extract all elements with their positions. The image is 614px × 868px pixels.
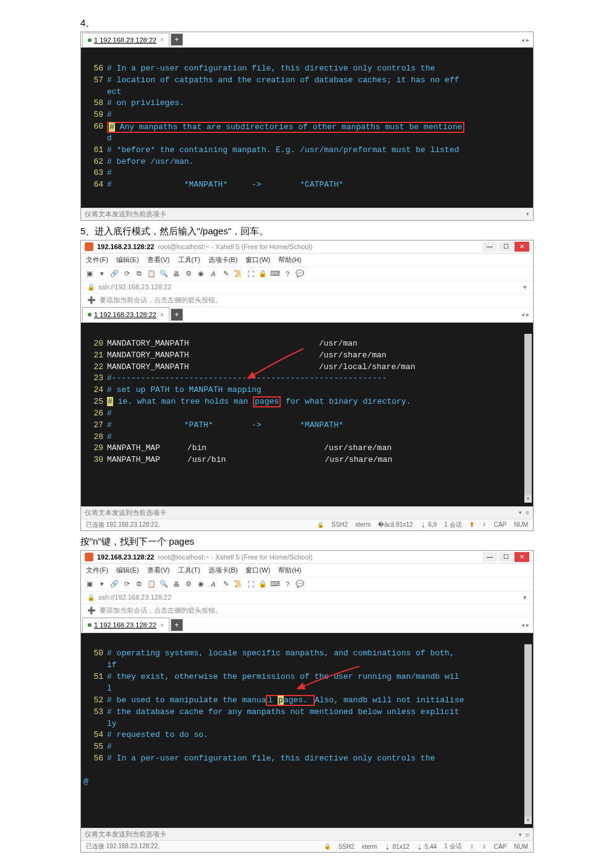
props-icon[interactable]: ⚙ xyxy=(184,579,194,589)
color-icon[interactable]: ◉ xyxy=(196,579,206,589)
search-icon[interactable]: 🔍 xyxy=(159,269,169,279)
menu-view[interactable]: 查看(V) xyxy=(147,566,170,574)
session-tab[interactable]: 1 192.168.23.128:22 × xyxy=(82,307,169,321)
menu-window[interactable]: 窗口(W) xyxy=(245,256,270,263)
reconnect-icon[interactable]: ⟳ xyxy=(122,579,132,589)
terminal-2[interactable]: 20MANDATORY_MANPATH/usr/man 21MANDATORY_… xyxy=(81,323,533,506)
menu-tools[interactable]: 工具(T) xyxy=(178,256,200,263)
print-icon[interactable]: 🖶 xyxy=(171,269,181,279)
reconnect-icon[interactable]: ⟳ xyxy=(122,269,132,279)
add-session-icon[interactable]: ➕ xyxy=(87,606,96,615)
copy-icon[interactable]: ⧉ xyxy=(134,269,144,279)
script-icon[interactable]: 📜 xyxy=(233,269,243,279)
scrollbar[interactable]: ▴ ▾ xyxy=(524,637,532,825)
close-button[interactable]: ✕ xyxy=(514,552,529,562)
open-icon[interactable]: ▾ xyxy=(97,579,107,589)
search-icon[interactable]: 🔍 xyxy=(159,579,169,589)
lock2-icon[interactable]: 🔒 xyxy=(258,269,268,279)
fullscreen-icon[interactable]: ⛶ xyxy=(245,579,255,589)
print-icon[interactable]: 🖶 xyxy=(171,579,181,589)
terminal-3[interactable]: 50# operating systems, locale specific m… xyxy=(81,633,533,828)
dropdown-icon[interactable]: ▾ xyxy=(523,594,527,602)
menu-edit[interactable]: 编辑(E) xyxy=(116,566,139,574)
lock2-icon[interactable]: 🔒 xyxy=(258,579,268,589)
new-session-icon[interactable]: ▣ xyxy=(85,269,95,279)
scrollbar[interactable]: ▴ ▾ xyxy=(524,326,532,503)
match-pages: pages xyxy=(255,397,279,406)
menu-help[interactable]: 帮助(H) xyxy=(278,256,301,263)
scroll-down-icon[interactable]: ▾ xyxy=(524,495,532,503)
menu-help[interactable]: 帮助(H) xyxy=(278,566,301,574)
close-icon[interactable]: × xyxy=(160,622,164,629)
scroll-down-icon[interactable]: ▾ xyxy=(524,817,532,824)
code-line: # *before* the containing manpath. E.g. … xyxy=(107,145,459,155)
script-icon[interactable]: 📜 xyxy=(233,579,243,589)
highlight-icon[interactable]: ✎ xyxy=(221,269,231,279)
close-button[interactable]: ✕ xyxy=(514,242,529,252)
status-connected: 已连接 192.168.23.128:22。 xyxy=(86,521,164,529)
new-tab-button[interactable]: + xyxy=(171,33,183,46)
maximize-button[interactable]: ☐ xyxy=(498,242,513,252)
copy-icon[interactable]: ⧉ xyxy=(134,579,144,589)
menu-edit[interactable]: 编辑(E) xyxy=(116,256,139,263)
menu-icon[interactable]: ≡ xyxy=(526,509,529,516)
terminal-1[interactable]: 56# In a per-user configuration file, th… xyxy=(81,48,533,208)
session-tab[interactable]: 1 192.168.23.128:22 × xyxy=(82,33,169,47)
menu-tools[interactable]: 工具(T) xyxy=(178,566,200,574)
dropdown-icon[interactable]: ▾ xyxy=(523,283,527,291)
menu-view[interactable]: 查看(V) xyxy=(147,256,170,263)
new-session-icon[interactable]: ▣ xyxy=(85,579,95,589)
send-text-bar[interactable]: 仅将文本发送到当前选项卡 ▾ xyxy=(81,208,533,220)
new-tab-button[interactable]: + xyxy=(171,619,183,631)
send-text-bar[interactable]: 仅将文本发送到当前选项卡 ▾ ≡ xyxy=(81,506,533,519)
dropdown-icon[interactable]: ▾ xyxy=(519,832,522,838)
line-number: 61 xyxy=(87,145,103,156)
paste-icon[interactable]: 📋 xyxy=(147,269,156,279)
paste-icon[interactable]: 📋 xyxy=(147,579,156,589)
minimize-button[interactable]: — xyxy=(482,242,497,252)
maximize-button[interactable]: ☐ xyxy=(498,552,513,562)
minimize-button[interactable]: — xyxy=(482,552,497,562)
help-icon[interactable]: ? xyxy=(283,579,292,589)
dropdown-icon[interactable]: ▾ xyxy=(526,211,529,217)
chat-icon[interactable]: 💬 xyxy=(295,269,305,279)
tab-bar: 1 192.168.23.128:22 × + ◂ ▸ xyxy=(81,618,533,633)
dropdown-icon[interactable]: ▾ xyxy=(519,509,522,516)
status-sessions: 1 会话 xyxy=(444,521,461,529)
link-icon[interactable]: 🔗 xyxy=(109,579,119,589)
menu-tab[interactable]: 选项卡(B) xyxy=(208,256,238,263)
send-text-bar[interactable]: 仅将文本发送到当前选项卡 ▾ ≡ xyxy=(81,828,533,840)
line-number: 59 xyxy=(87,109,103,121)
tab-nav-arrows[interactable]: ◂ ▸ xyxy=(521,36,533,43)
title-bar: 192.168.23.128:22 root@localhost:~ - Xsh… xyxy=(81,240,533,253)
props-icon[interactable]: ⚙ xyxy=(184,269,194,279)
tab-nav-arrows[interactable]: ◂ ▸ xyxy=(521,311,533,318)
help-icon[interactable]: ? xyxy=(283,269,292,279)
close-icon[interactable]: × xyxy=(160,36,164,43)
tab-nav-arrows[interactable]: ◂ ▸ xyxy=(521,621,533,628)
fullscreen-icon[interactable]: ⛶ xyxy=(245,269,255,279)
menu-file[interactable]: 文件(F) xyxy=(86,566,108,574)
keyboard-icon[interactable]: ⌨ xyxy=(270,269,280,279)
font-icon[interactable]: A xyxy=(208,269,218,279)
link-icon[interactable]: 🔗 xyxy=(109,269,119,279)
close-icon[interactable]: × xyxy=(160,312,164,318)
status-bar: 已连接 192.168.23.128:22。 🔒 SSH2 xterm ⭭ 81… xyxy=(81,840,533,852)
line-number: 52 xyxy=(87,695,103,707)
menu-file[interactable]: 文件(F) xyxy=(86,256,108,263)
chat-icon[interactable]: 💬 xyxy=(295,579,305,589)
menu-window[interactable]: 窗口(W) xyxy=(245,566,270,574)
keyboard-icon[interactable]: ⌨ xyxy=(270,579,280,589)
add-session-icon[interactable]: ➕ xyxy=(87,296,96,304)
line-number: 23 xyxy=(87,373,103,385)
session-tab[interactable]: 1 192.168.23.128:22 × xyxy=(82,618,169,632)
address-bar[interactable]: 🔒 ssh://192.168.23.128:22 ▾ xyxy=(81,592,533,604)
color-icon[interactable]: ◉ xyxy=(196,269,206,279)
menu-tab[interactable]: 选项卡(B) xyxy=(208,566,238,574)
new-tab-button[interactable]: + xyxy=(171,308,183,321)
open-icon[interactable]: ▾ xyxy=(97,269,107,279)
address-bar[interactable]: 🔒 ssh://192.168.23.128:22 ▾ xyxy=(81,281,533,294)
menu-icon[interactable]: ≡ xyxy=(526,831,529,838)
highlight-icon[interactable]: ✎ xyxy=(221,579,231,589)
font-icon[interactable]: A xyxy=(208,579,218,589)
